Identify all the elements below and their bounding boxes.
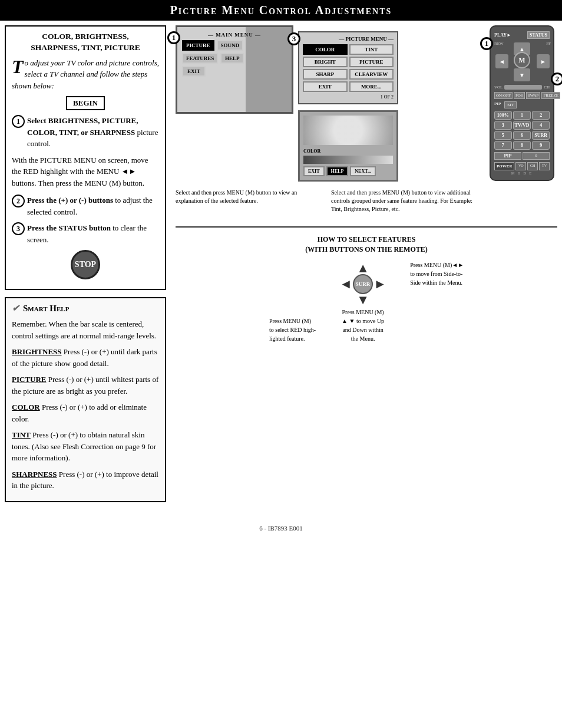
instruction-intro-text: o adjust your TV color and picture contr… bbox=[12, 58, 159, 90]
step-1-text: Select BRIGHTNESS, PICTURE, COLOR, TINT,… bbox=[27, 115, 159, 150]
bottom-caption-left: Press MENU (M) to select RED high- light… bbox=[269, 317, 316, 343]
step-1-remote-circle: 1 bbox=[480, 37, 493, 50]
smart-help-intro: Remember. When the bar scale is centered… bbox=[12, 318, 159, 341]
exit-btn: EXIT bbox=[182, 66, 206, 77]
help-brightness: BRIGHTNESS Press (-) or (+) until dark p… bbox=[12, 346, 159, 369]
picture-btn: PICTURE bbox=[182, 40, 214, 51]
arrow-down-icon: ▼ bbox=[356, 292, 369, 308]
num-3: 3 bbox=[494, 121, 512, 130]
ch-label: CH bbox=[544, 85, 550, 90]
right-panels: 3 — PICTURE MENU — COLOR TINT BRIGHT PIC… bbox=[298, 31, 398, 182]
picture-menu-panel-title: — PICTURE MENU — bbox=[303, 36, 394, 42]
picture-menu-note: With the PICTURE MENU on screen, move th… bbox=[12, 154, 159, 189]
bottom-section: HOW TO SELECT FEATURES (WITH BUTTONS ON … bbox=[176, 235, 557, 343]
caption-area: Select and then press MENU (M) button to… bbox=[176, 189, 481, 213]
arrow-left-icon: ◄ bbox=[339, 276, 352, 292]
num-5: 5 bbox=[494, 131, 512, 140]
smart-help-title: ✔ Smart Help bbox=[12, 303, 159, 314]
bottom-caption-center: Press MENU (M) ▲ ▼ to move Up and Down w… bbox=[342, 308, 384, 343]
remote-pip-row: ON/OFF POS SWAP FREEZE bbox=[494, 92, 550, 99]
left-column: COLOR, BRIGHTNESS, SHARPNESS, TINT, PICT… bbox=[0, 21, 171, 513]
remote-numpad: 100% 1 2 3 TV/VD 4 5 6 SURR 7 8 9 bbox=[494, 111, 550, 150]
num-4: 4 bbox=[532, 121, 550, 130]
tv-btn: TV bbox=[539, 162, 550, 170]
num-surr: SURR bbox=[532, 131, 550, 140]
pic-exit-btn: EXIT bbox=[303, 81, 348, 92]
play-button: PLAY► bbox=[494, 32, 511, 38]
features-btn: FEATURES bbox=[182, 53, 218, 64]
main-menu-label: — MAIN MENU — bbox=[182, 32, 287, 38]
help-tint: TINT Press (-) or (+) to obtain natural … bbox=[12, 429, 159, 464]
color-adjust-screen: COLOR EXIT HELP NEXT... bbox=[298, 110, 398, 182]
num-8: 8 bbox=[513, 141, 531, 150]
num-100: 100% bbox=[494, 111, 512, 120]
slash-decoration: ✔ bbox=[12, 303, 19, 314]
step-2-text: Press the (+) or (-) buttons to adjust t… bbox=[27, 195, 159, 218]
ch-mode-btn: CH bbox=[527, 162, 538, 170]
pic-picture-btn: PICTURE bbox=[349, 57, 394, 67]
bottom-diagram: Press MENU (M) to select RED high- light… bbox=[180, 261, 553, 343]
arrow-diagram: ▲ ▼ ◄ ► SURR Press MENU (M) ▲ ▼ to move … bbox=[339, 261, 386, 343]
help-btn: HELP bbox=[220, 53, 244, 64]
pic-menu-footer: 1 OF 2 bbox=[303, 94, 394, 100]
remote-direction-area: ▲ ▼ ◄ ► M REW FF bbox=[494, 41, 551, 83]
step-3-text: Press the STATUS button to clear the scr… bbox=[27, 222, 159, 245]
num-2: 2 bbox=[532, 111, 550, 120]
color-next-btn: NEXT... bbox=[350, 166, 376, 176]
remote-bottom-row: POWER VO CH TV bbox=[494, 162, 550, 170]
num-tvvd: TV/VD bbox=[513, 121, 531, 130]
right-column: 1 — MAIN MENU — PICTURE SOUND FEATURES H… bbox=[171, 21, 562, 513]
pic-clearview-btn: CLEARVIEW bbox=[349, 69, 394, 80]
menu-row-3: EXIT bbox=[182, 66, 287, 77]
step-3-circle: 3 bbox=[287, 32, 300, 45]
smart-row: PIP 0 bbox=[494, 152, 550, 160]
pip-label-row: PIP SIT bbox=[494, 101, 550, 108]
rew-label: REW bbox=[494, 41, 504, 46]
smart-help-box: ✔ Smart Help Remember. When the bar scal… bbox=[5, 297, 166, 502]
num-1: 1 bbox=[513, 111, 531, 120]
vol-bar bbox=[504, 85, 542, 90]
ff-label: FF bbox=[546, 41, 551, 46]
pip-text: PIP bbox=[494, 101, 501, 108]
remote-container: 2 1 PLAY► STATUS bbox=[487, 25, 557, 181]
vol-label: VOL bbox=[494, 85, 503, 90]
tv-screen-main: — MAIN MENU — PICTURE SOUND FEATURES HEL… bbox=[176, 25, 293, 114]
begin-label: BEGIN bbox=[66, 96, 105, 110]
page-footer: 6 - IB7893 E001 bbox=[0, 525, 562, 532]
menu-row-2: FEATURES HELP bbox=[182, 53, 287, 64]
arrow-up-icon: ▲ bbox=[356, 261, 369, 276]
page-title: Picture Menu Control Adjustments bbox=[0, 0, 562, 21]
m-button: M bbox=[514, 52, 530, 68]
large-T-decoration: T bbox=[12, 58, 24, 75]
arrow-cross: ▲ ▼ ◄ ► SURR bbox=[339, 261, 386, 308]
color-preview bbox=[303, 116, 393, 145]
swap-btn: SWAP bbox=[526, 92, 541, 99]
color-label: COLOR bbox=[303, 149, 393, 154]
num-9: 9 bbox=[532, 141, 550, 150]
mode-label: M O D E bbox=[494, 172, 550, 175]
color-exit-btn: EXIT bbox=[303, 166, 325, 176]
pic-color-btn: COLOR bbox=[303, 44, 348, 55]
smart-btn: PIP bbox=[494, 152, 521, 160]
num-7: 7 bbox=[494, 141, 512, 150]
caption-left: Select and then press MENU (M) button to… bbox=[176, 189, 325, 213]
step-2-number: 2 bbox=[12, 195, 25, 207]
color-slider bbox=[303, 156, 393, 164]
help-picture: PICTURE Press (-) or (+) until whitest p… bbox=[12, 374, 159, 397]
step-3-number: 3 bbox=[12, 222, 25, 235]
step-1-circle: 1 bbox=[167, 31, 180, 44]
step-2-row: 2 Press the (+) or (-) buttons to adjust… bbox=[12, 195, 159, 218]
section-divider bbox=[176, 226, 557, 228]
step-2-circle: 2 bbox=[551, 73, 562, 85]
pic-menu-grid: COLOR TINT BRIGHT PICTURE SHARP CLEARVIE… bbox=[303, 44, 394, 92]
status-button: STATUS bbox=[527, 31, 550, 39]
tv-container: 1 — MAIN MENU — PICTURE SOUND FEATURES H… bbox=[176, 25, 481, 213]
pic-tint-btn: TINT bbox=[349, 44, 394, 55]
help-tint-text: Press (-) or (+) to obtain natural skin … bbox=[12, 430, 156, 462]
stop-button: STOP bbox=[71, 250, 100, 279]
menu-row-1: PICTURE SOUND bbox=[182, 40, 287, 51]
help-color: COLOR Press (-) or (+) to add or elimina… bbox=[12, 401, 159, 424]
pic-more-btn: MORE... bbox=[349, 81, 394, 92]
vo-btn: VO bbox=[515, 162, 526, 170]
down-btn: ▼ bbox=[514, 68, 530, 81]
